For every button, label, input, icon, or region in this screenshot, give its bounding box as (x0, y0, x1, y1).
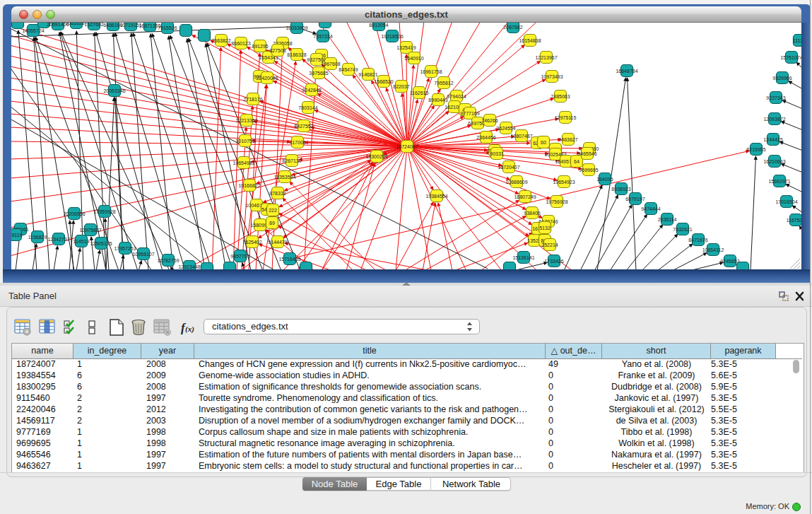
svg-text:9699695: 9699695 (579, 168, 598, 173)
svg-text:16648784: 16648784 (616, 69, 637, 74)
svg-text:891295: 891295 (252, 44, 268, 49)
svg-text:12213369: 12213369 (235, 118, 257, 123)
svg-text:1244415: 1244415 (763, 137, 782, 142)
svg-text:19756928: 19756928 (546, 199, 567, 204)
svg-text:746266: 746266 (481, 118, 498, 123)
svg-text:16210643: 16210643 (763, 159, 785, 164)
svg-text:11124: 11124 (793, 38, 801, 43)
svg-text:9465546: 9465546 (577, 151, 596, 156)
svg-text:(x): (x) (185, 325, 194, 334)
svg-text:1156829: 1156829 (28, 235, 47, 240)
svg-text:3624554: 3624554 (496, 126, 515, 131)
svg-text:9227343: 9227343 (766, 95, 785, 100)
svg-text:2364456: 2364456 (476, 135, 495, 140)
svg-text:16782759: 16782759 (157, 258, 179, 263)
svg-text:10958107: 10958107 (132, 252, 154, 257)
svg-text:114519: 114519 (73, 239, 90, 244)
svg-text:2967608: 2967608 (321, 62, 340, 66)
svg-text:7955812: 7955812 (434, 81, 453, 86)
svg-text:8427552: 8427552 (294, 124, 313, 129)
svg-text:10688609: 10688609 (505, 180, 527, 185)
svg-text:7515526: 7515526 (158, 25, 177, 30)
svg-text:20206556: 20206556 (63, 211, 85, 216)
svg-text:1010755: 1010755 (235, 139, 254, 144)
svg-text:19218506: 19218506 (381, 34, 403, 39)
svg-text:7803144: 7803144 (298, 105, 317, 110)
svg-text:19384554: 19384554 (425, 194, 447, 199)
svg-text:9474444: 9474444 (641, 206, 660, 211)
svg-text:7357224: 7357224 (313, 34, 332, 39)
svg-text:12923448: 12923448 (178, 264, 200, 269)
svg-text:9329966: 9329966 (772, 76, 792, 81)
svg-text:10807487: 10807487 (510, 134, 532, 139)
svg-text:878332: 878332 (269, 191, 286, 196)
svg-text:18807249: 18807249 (514, 194, 536, 199)
svg-text:1167534: 1167534 (787, 218, 801, 223)
svg-text:8454749: 8454749 (339, 67, 358, 72)
svg-text:1640910: 1640910 (404, 56, 423, 61)
svg-text:14055724: 14055724 (22, 28, 44, 33)
svg-text:19654982: 19654982 (233, 160, 254, 165)
svg-text:18724007: 18724007 (396, 144, 418, 149)
svg-text:8660123: 8660123 (231, 41, 250, 46)
svg-text:18300295: 18300295 (365, 154, 387, 159)
svg-text:9463627: 9463627 (558, 137, 577, 142)
svg-text:2935114: 2935114 (658, 217, 677, 222)
svg-text:12975115: 12975115 (555, 115, 577, 120)
svg-text:16961758: 16961758 (420, 69, 442, 74)
svg-text:164095: 164095 (596, 177, 613, 182)
svg-text:12505135: 12505135 (90, 241, 112, 246)
svg-text:9457791: 9457791 (230, 254, 249, 259)
svg-text:17957253: 17957253 (114, 246, 136, 251)
svg-text:19654923: 19654923 (553, 180, 575, 185)
svg-text:1733426: 1733426 (544, 259, 563, 264)
svg-text:7625402: 7625402 (242, 240, 261, 245)
svg-text:39119: 39119 (11, 233, 23, 238)
svg-text:15136141: 15136141 (512, 255, 534, 260)
svg-text:7632621: 7632621 (673, 227, 692, 232)
svg-text:9245652: 9245652 (720, 259, 739, 264)
svg-text:1527602: 1527602 (84, 23, 103, 27)
svg-text:16154838: 16154838 (519, 38, 541, 43)
svg-text:1325419: 1325419 (396, 45, 416, 50)
svg-text:17016504: 17016504 (775, 199, 797, 204)
svg-text:8215955: 8215955 (746, 147, 765, 152)
svg-text:19166822: 19166822 (238, 183, 260, 188)
svg-text:8813054: 8813054 (369, 23, 388, 28)
svg-text:8471676: 8471676 (688, 238, 707, 243)
svg-text:10975887: 10975887 (79, 228, 101, 233)
svg-text:9146821: 9146821 (358, 72, 377, 77)
svg-text:7663822: 7663822 (211, 38, 230, 43)
svg-text:1162615: 1162615 (410, 90, 429, 95)
svg-text:827508: 827508 (269, 48, 286, 53)
svg-text:8267130: 8267130 (282, 158, 301, 163)
svg-text:15720407: 15720407 (498, 165, 519, 170)
svg-text:1568520: 1568520 (374, 79, 393, 84)
svg-text:3875685: 3875685 (309, 71, 328, 76)
svg-text:8938923: 8938923 (611, 187, 630, 192)
svg-text:9794024: 9794024 (447, 94, 466, 99)
svg-text:15716485: 15716485 (278, 257, 300, 262)
svg-text:938406: 938406 (524, 211, 540, 216)
svg-text:8186328: 8186328 (287, 52, 306, 57)
svg-text:89: 89 (269, 221, 275, 226)
svg-text:16033809: 16033809 (286, 25, 307, 30)
svg-text:17359928: 17359928 (93, 209, 115, 214)
svg-text:10973493: 10973493 (541, 74, 563, 79)
svg-text:822037: 822037 (393, 84, 409, 89)
svg-text:9242848: 9242848 (302, 88, 321, 93)
svg-text:10654112: 10654112 (702, 247, 724, 252)
svg-text:9144479: 9144479 (268, 240, 287, 245)
svg-text:6879197: 6879197 (625, 197, 645, 201)
svg-text:5132: 5132 (539, 226, 551, 230)
svg-text:9777169: 9777169 (460, 111, 479, 116)
svg-text:8990443: 8990443 (428, 98, 447, 103)
svg-text:222: 222 (269, 208, 277, 213)
svg-text:15751074: 15751074 (780, 55, 801, 60)
svg-text:12213967: 12213967 (535, 55, 557, 60)
svg-text:20053346: 20053346 (103, 88, 125, 93)
svg-text:7485063: 7485063 (551, 94, 570, 99)
svg-text:12342737: 12342737 (47, 237, 69, 242)
svg-text:11353594: 11353594 (274, 175, 296, 180)
svg-text:22420046: 22420046 (256, 76, 278, 81)
